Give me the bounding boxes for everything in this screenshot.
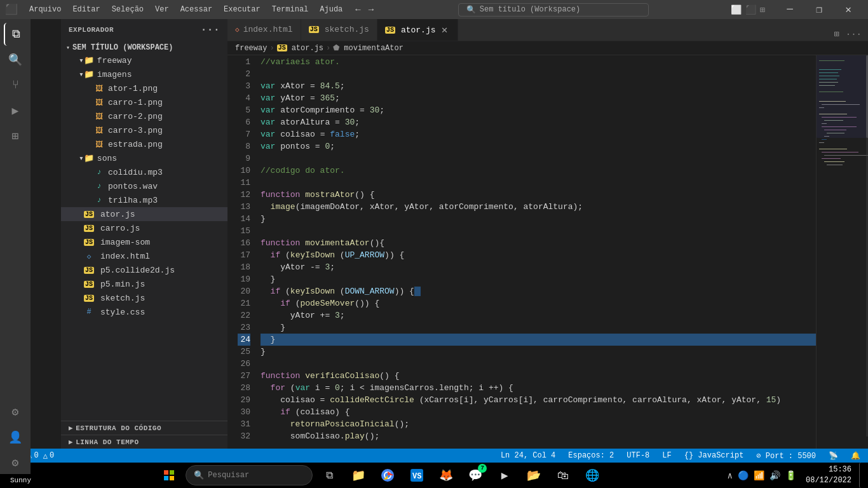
taskbar-explorer[interactable]: 📁 [346, 463, 371, 488]
code-line-2 [261, 68, 816, 80]
breadcrumb-freeway[interactable]: freeway [235, 44, 267, 53]
remote-icon[interactable]: ⚙ [4, 400, 27, 423]
tray-battery[interactable]: 🔋 [783, 469, 798, 482]
image-file-icon: 🖼 [94, 84, 104, 93]
tray-show-hidden[interactable]: ∧ [726, 469, 735, 482]
extensions-icon[interactable]: ⊞ [4, 125, 27, 147]
line-ending-text: LF [662, 451, 671, 460]
taskbar-search[interactable]: 🔍 Pesquisar [186, 465, 313, 485]
layout-icon-2[interactable]: ⬛ [745, 4, 756, 15]
nav-forward[interactable]: → [366, 4, 376, 15]
file-carro-js-label: carro.js [100, 224, 140, 233]
tray-network[interactable]: 📶 [752, 469, 766, 482]
task-view-button[interactable]: ⧉ [316, 463, 342, 488]
tab-index-html[interactable]: ◇ index.html [227, 19, 301, 41]
folder-sons[interactable]: ▾ 📁 sons [61, 151, 227, 165]
file-colidiu[interactable]: ♪ colidiu.mp3 [61, 165, 227, 179]
file-carro-3[interactable]: 🖼 carro-3.png [61, 123, 227, 137]
restore-button[interactable]: ❐ [804, 0, 834, 19]
taskbar-firefox[interactable]: 🦊 [433, 463, 459, 488]
file-carro-1[interactable]: 🖼 carro-1.png [61, 95, 227, 109]
statusbar-language[interactable]: {} JavaScript [682, 449, 747, 463]
run-debug-icon[interactable]: ▶ [4, 99, 27, 122]
statusbar-encoding[interactable]: UTF-8 [624, 449, 652, 463]
menu-arquivo[interactable]: Arquivo [24, 4, 66, 15]
timeline-header[interactable]: ▶ LINHA DO TEMPO [61, 435, 227, 449]
file-trilha[interactable]: ♪ trilha.mp3 [61, 193, 227, 207]
file-sketch-js[interactable]: JS sketch.js [61, 291, 227, 305]
more-actions-icon[interactable]: ··· [844, 28, 863, 41]
statusbar-spaces[interactable]: Espaços: 2 [566, 449, 616, 463]
menu-executar[interactable]: Executar [219, 4, 266, 15]
tab-sketch-js[interactable]: JS sketch.js [301, 19, 377, 41]
code-content[interactable]: //variaeis ator. var xAtor = 84.5; var y… [258, 55, 816, 449]
file-carro-2[interactable]: 🖼 carro-2.png [61, 109, 227, 123]
settings-icon[interactable]: ⚙ [4, 451, 27, 474]
breadcrumb-ator-js[interactable]: ator.js [292, 44, 323, 53]
taskbar-vscode[interactable]: VS [404, 463, 430, 488]
file-carro-js[interactable]: JS carro.js [61, 221, 227, 235]
folder-freeway[interactable]: ▾ 📁 freeway [61, 53, 227, 67]
statusbar-broadcast[interactable]: 📡 [826, 449, 841, 463]
file-p5-collide[interactable]: JS p5.collide2d.js [61, 263, 227, 277]
close-button[interactable]: ✕ [834, 0, 863, 19]
statusbar-port[interactable]: ⊘ Port : 5500 [754, 449, 818, 463]
start-button[interactable] [156, 463, 182, 488]
taskbar-whatsapp[interactable]: 💬 7 [463, 463, 488, 488]
menu-selecao[interactable]: Seleção [107, 4, 149, 15]
taskbar-files[interactable]: 📂 [521, 463, 546, 488]
search-icon[interactable]: 🔍 [4, 48, 27, 71]
file-style-css[interactable]: # style.css [61, 305, 227, 319]
minimap [816, 55, 868, 449]
statusbar-ln-col[interactable]: Ln 24, Col 4 [498, 449, 558, 463]
taskbar-chrome[interactable] [375, 463, 400, 488]
search-box[interactable]: 🔍 Sem título (Workspace) [458, 3, 649, 17]
nav-back[interactable]: ← [353, 4, 363, 15]
file-style-css-label: style.css [100, 308, 145, 317]
search-tb-icon: 🔍 [194, 470, 204, 480]
menu-ajuda[interactable]: Ajuda [315, 4, 348, 15]
menu-bar: Arquivo Editar Seleção Ver Acessar Execu… [24, 4, 348, 15]
tray-speaker[interactable]: 🔊 [768, 469, 782, 482]
layout-icon-3[interactable]: ⊞ [760, 4, 765, 15]
tab-close-ator[interactable]: ✕ [440, 25, 450, 35]
account-icon[interactable]: 👤 [4, 426, 27, 449]
workspace-header[interactable]: ▾ SEM TÍTULO (WORKSPACE) [61, 42, 227, 53]
statusbar-line-ending[interactable]: LF [660, 449, 674, 463]
file-imagem-som[interactable]: JS imagem-som [61, 235, 227, 249]
show-desktop[interactable] [859, 463, 863, 488]
statusbar-bell[interactable]: 🔔 [848, 449, 863, 463]
source-control-icon[interactable]: ⑂ [4, 74, 27, 97]
taskbar-spotify[interactable]: ▶ [492, 463, 517, 488]
explorer-icon[interactable]: ⧉ [4, 23, 27, 46]
file-ator-1[interactable]: 🖼 ator-1.png [61, 81, 227, 95]
taskbar-extra[interactable]: 🌐 [580, 463, 605, 488]
layout-icon-1[interactable]: ⬜ [731, 4, 742, 15]
minimize-button[interactable]: ─ [775, 0, 804, 19]
file-index-html[interactable]: ◇ index.html [61, 249, 227, 263]
time-widget[interactable]: 15:36 08/12/2022 [801, 464, 857, 486]
js-file-icon: JS [84, 267, 94, 274]
sidebar-more-button[interactable]: ··· [201, 24, 220, 36]
tab-label-sketch-js: sketch.js [325, 25, 369, 34]
taskbar-right: ∧ 🔵 📶 🔊 🔋 15:36 08/12/2022 [726, 463, 863, 488]
tab-ator-js[interactable]: JS ator.js ✕ [377, 19, 458, 41]
code-line-17: if (keyIsDown (UP_ARROW)) { [261, 249, 816, 261]
file-p5-min[interactable]: JS p5.min.js [61, 277, 227, 291]
menu-terminal[interactable]: Terminal [267, 4, 314, 15]
editor-area: ◇ index.html JS sketch.js JS ator.js ✕ ⊞… [227, 19, 868, 449]
menu-ver[interactable]: Ver [150, 4, 174, 15]
folder-imagens[interactable]: ▾ 📁 imagens [61, 67, 227, 81]
file-pontos[interactable]: ♪ pontos.wav [61, 179, 227, 193]
file-estrada[interactable]: 🖼 estrada.png [61, 137, 227, 151]
split-editor-icon[interactable]: ⊞ [832, 27, 840, 41]
menu-acessar[interactable]: Acessar [175, 4, 217, 15]
tray-icon-1[interactable]: 🔵 [736, 469, 750, 482]
file-ator-js[interactable]: JS ator.js [61, 207, 227, 221]
code-structure-section: ▶ ESTRUTURA DO CÓDIGO [61, 421, 227, 435]
menu-editar[interactable]: Editar [67, 4, 105, 15]
taskbar-store[interactable]: 🛍 [550, 463, 576, 488]
code-structure-header[interactable]: ▶ ESTRUTURA DO CÓDIGO [61, 421, 227, 435]
breadcrumb-func[interactable]: movimentaAtor [344, 44, 403, 53]
search-bar-container: 🔍 Sem título (Workspace) [381, 3, 725, 17]
